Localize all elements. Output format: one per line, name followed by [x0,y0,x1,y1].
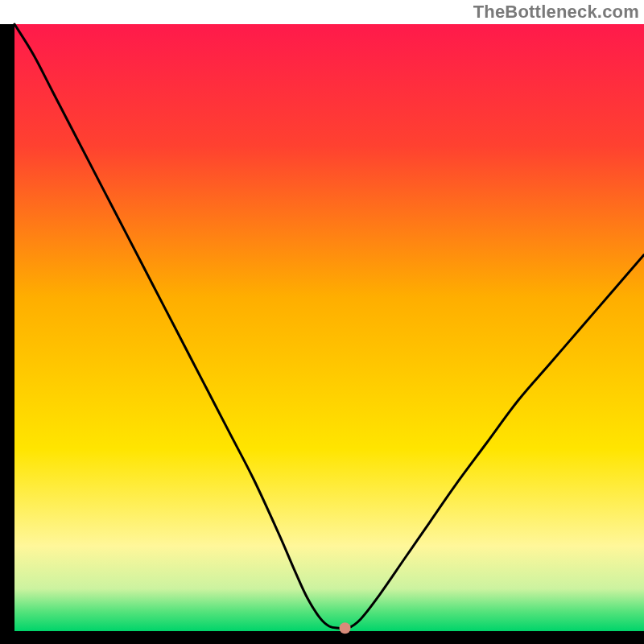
chart-container: TheBottleneck.com [0,0,644,644]
axis-left-frame [0,24,14,644]
plot-background [14,24,644,631]
valley-marker [340,622,351,634]
watermark-text: TheBottleneck.com [473,2,639,23]
axis-bottom-frame [0,631,644,644]
chart-svg [0,0,644,644]
